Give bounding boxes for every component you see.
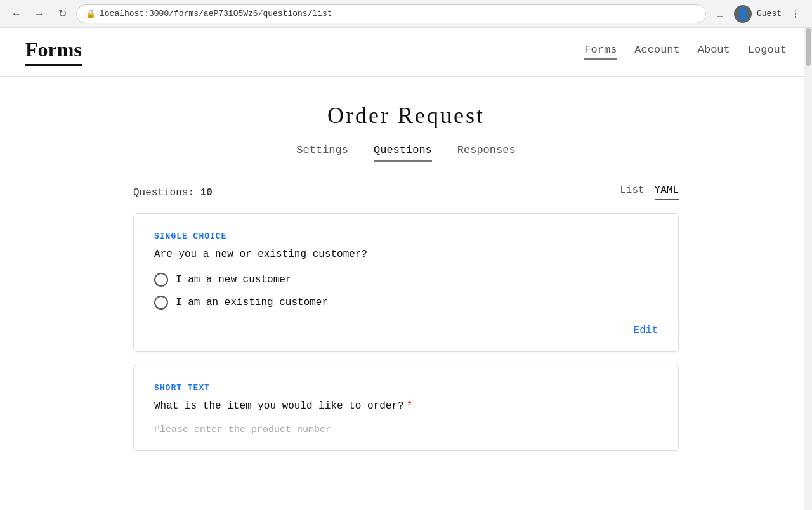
app-logo[interactable]: Forms (25, 38, 82, 66)
more-options-button[interactable]: ⋮ (787, 5, 804, 23)
app-nav: Forms Account About Logout (584, 44, 787, 60)
back-button[interactable]: ← (8, 5, 25, 23)
url-text: localhost:3000/forms/aeP73iO5Wz6/questio… (100, 9, 332, 18)
radio-option-2[interactable]: I am an existing customer (154, 296, 658, 310)
view-toggle: List YAML (620, 185, 679, 200)
scrollbar-thumb[interactable] (806, 28, 811, 66)
required-star: * (407, 400, 413, 412)
tab-toggle-button[interactable]: □ (711, 5, 729, 23)
short-text-placeholder: Please enter the product number (154, 424, 658, 435)
nav-logout[interactable]: Logout (748, 44, 787, 60)
forward-button[interactable]: → (30, 5, 48, 23)
yaml-view-button[interactable]: YAML (655, 185, 679, 200)
question-text-1: Are you a new or existing customer? (154, 249, 658, 260)
address-bar[interactable]: 🔒 localhost:3000/forms/aeP73iO5Wz6/quest… (76, 4, 706, 23)
scrollbar[interactable] (804, 28, 812, 489)
radio-label-2: I am an existing customer (176, 297, 328, 308)
lock-icon: 🔒 (86, 9, 96, 19)
nav-account[interactable]: Account (634, 44, 679, 60)
tab-questions[interactable]: Questions (374, 144, 432, 162)
radio-option-1[interactable]: I am a new customer (154, 273, 658, 287)
question-card-2: Short text What is the item you would li… (133, 365, 679, 451)
page-title: Order Request (133, 102, 679, 129)
avatar: 👤 (734, 5, 752, 23)
question-card-1: Single choice Are you a new or existing … (133, 213, 679, 352)
edit-button-1[interactable]: Edit (634, 325, 658, 336)
tab-responses[interactable]: Responses (457, 144, 516, 162)
browser-chrome: ← → ↻ 🔒 localhost:3000/forms/aeP73iO5Wz6… (0, 0, 812, 28)
guest-label: Guest (757, 9, 782, 18)
questions-header: Questions: 10 List YAML (133, 185, 679, 200)
radio-button-2[interactable] (154, 296, 168, 310)
question-text-2: What is the item you would like to order… (154, 400, 658, 412)
question-type-single-choice: Single choice (154, 232, 658, 241)
radio-button-1[interactable] (154, 273, 168, 287)
nav-about[interactable]: About (698, 44, 730, 60)
sub-tabs: Settings Questions Responses (133, 144, 679, 162)
app-header: Forms Forms Account About Logout (0, 28, 812, 77)
list-view-button[interactable]: List (620, 185, 644, 200)
questions-count: Questions: 10 (133, 187, 213, 199)
nav-forms[interactable]: Forms (584, 44, 617, 60)
reload-button[interactable]: ↻ (53, 5, 71, 23)
card-footer-1: Edit (154, 325, 658, 336)
radio-label-1: I am a new customer (176, 274, 291, 285)
question-type-short-text: Short text (154, 383, 658, 393)
browser-right-controls: □ 👤 Guest ⋮ (711, 5, 804, 23)
tab-settings[interactable]: Settings (296, 144, 348, 162)
main-content: Order Request Settings Questions Respons… (121, 77, 691, 489)
